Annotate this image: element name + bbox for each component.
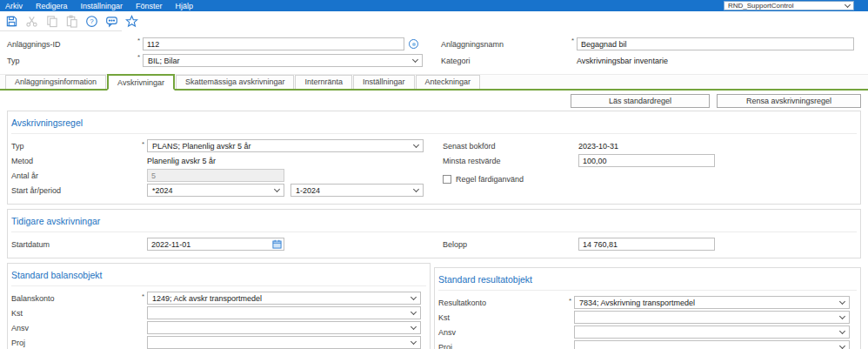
typ-select-value: BIL; Bilar <box>148 57 180 65</box>
anlaggningsnamn-label: Anläggningsnamn <box>441 40 571 49</box>
menu-redigera[interactable]: Redigera <box>36 2 68 10</box>
resultatkonto-select[interactable]: 7834; Avskrivning transportmedel <box>574 296 850 309</box>
anlaggningsnamn-input[interactable] <box>577 37 854 50</box>
calendar-icon[interactable] <box>272 239 282 251</box>
field-resultat-ansv: Ansv <box>435 326 860 339</box>
standard-resultatobjekt-title: Standard resultatobjekt <box>438 268 857 291</box>
metod-label: Metod <box>11 157 142 165</box>
minsta-restvarde-input[interactable] <box>578 154 715 167</box>
field-anlaggnings-id: Anläggnings-ID * <box>0 36 434 52</box>
las-standardregel-button[interactable]: Läs standardregel <box>571 94 710 108</box>
balanskonto-select[interactable]: 1249; Ack avskr transportmedel <box>147 292 421 305</box>
tidigare-right: Belopp <box>436 236 860 252</box>
belopp-input[interactable] <box>578 238 715 251</box>
minsta-restvarde-label: Minsta restvärde <box>443 157 573 165</box>
senast-bokford-label: Senast bokförd <box>443 142 573 151</box>
chevron-down-icon <box>839 342 845 348</box>
svg-text:?: ? <box>90 17 94 25</box>
menu-fonster[interactable]: Fönster <box>136 2 163 10</box>
tab-internranta[interactable]: Internränta <box>295 75 352 89</box>
balans-ansv-label: Ansv <box>11 324 142 332</box>
kategori-label: Kategori <box>441 57 571 65</box>
resultat-kst-select[interactable] <box>574 311 850 324</box>
resultatkonto-label: Resultatkonto <box>438 299 569 307</box>
field-startdatum: Startdatum <box>8 238 436 251</box>
tab-installningar[interactable]: Inställningar <box>353 75 415 89</box>
field-metod: Metod Planenlig avskr 5 år <box>8 154 436 167</box>
balanskonto-label: Balanskonto <box>11 294 142 303</box>
antal-ar-input <box>147 169 284 182</box>
field-balanskonto: Balanskonto * 1249; Ack avskr transportm… <box>8 292 430 305</box>
chevron-down-icon <box>839 298 845 304</box>
field-start-ar-period: Start år/period *2024 1-2024 <box>8 184 436 197</box>
field-resultatkonto: Resultatkonto * 7834; Avskrivning transp… <box>435 296 860 309</box>
panel-tidigare-avskrivningar: Tidigare avskrivningar Startdatum <box>7 209 861 258</box>
rensa-avskrivningsregel-button[interactable]: Rensa avskrivningsregel <box>717 94 861 108</box>
tab-anlaggningsinformation[interactable]: Anläggningsinformation <box>5 75 106 89</box>
header-right-column: Anläggningsnamn * Kategori Avskrivningsb… <box>434 36 868 69</box>
balans-proj-label: Proj <box>11 339 142 347</box>
copy-icon[interactable] <box>44 14 58 28</box>
tab-skattemassiga-avskrivningar[interactable]: Skattemässiga avskrivningar <box>176 75 295 89</box>
chevron-down-icon <box>413 141 419 147</box>
help-icon[interactable]: ? <box>84 14 98 28</box>
startdatum-label: Startdatum <box>11 240 142 249</box>
menu-installningar[interactable]: Inställningar <box>81 2 124 10</box>
tab-anteckningar[interactable]: Anteckningar <box>416 75 481 89</box>
panel-standard-balansobjekt: Standard balansobjekt Balanskonto * 1249… <box>7 263 431 349</box>
typ-select[interactable]: BIL; Bilar <box>143 54 423 67</box>
field-resultat-kst: Kst <box>435 311 860 324</box>
avskrivningsregel-right: Senast bokförd 2023-10-31 Minsta restvär… <box>436 138 860 198</box>
anlaggnings-id-label: Anläggnings-ID <box>7 40 137 49</box>
field-balans-ansv: Ansv <box>8 321 430 334</box>
metod-value: Planenlig avskr 5 år <box>147 157 216 165</box>
tidigare-left: Startdatum <box>8 236 436 252</box>
resultat-proj-select[interactable] <box>574 340 850 349</box>
cut-icon[interactable] <box>24 14 38 28</box>
standard-balansobjekt-title: Standard balansobjekt <box>11 264 426 286</box>
chevron-down-icon <box>274 185 280 191</box>
tab-content-avskrivningar: Läs standardregel Rensa avskrivningsrege… <box>0 94 868 349</box>
balans-proj-select[interactable] <box>147 336 421 349</box>
start-ar-select[interactable]: *2024 <box>147 184 284 197</box>
menu-hjalp[interactable]: Hjälp <box>176 2 194 10</box>
startdatum-input[interactable] <box>147 238 284 251</box>
field-regel-typ: Typ * PLANS; Planenlig avskr 5 år <box>8 139 436 152</box>
field-resultat-proj: Proj <box>435 340 860 349</box>
lookup-icon[interactable] <box>409 39 418 49</box>
feedback-icon[interactable] <box>104 14 118 28</box>
regel-fardiganvand-checkbox[interactable] <box>443 175 451 184</box>
balans-ansv-select[interactable] <box>147 321 421 334</box>
antal-ar-label: Antal år <box>11 171 142 180</box>
field-belopp: Belopp <box>436 238 860 251</box>
panel-avskrivningsregel: Avskrivningsregel Typ * PLANS; Planenlig… <box>7 111 861 205</box>
regel-typ-select[interactable]: PLANS; Planenlig avskr 5 år <box>147 139 424 152</box>
field-minsta-restvarde: Minsta restvärde <box>436 154 860 167</box>
favorite-icon[interactable] <box>124 14 138 28</box>
balans-kst-select[interactable] <box>147 306 421 319</box>
field-balans-kst: Kst <box>8 306 430 319</box>
chevron-down-icon <box>839 327 845 333</box>
field-typ: Typ * BIL; Bilar <box>0 52 434 69</box>
resultat-kst-label: Kst <box>438 313 569 322</box>
tab-avskrivningar[interactable]: Avskrivningar <box>107 74 175 91</box>
profile-select[interactable]: RND_SupportControl <box>724 1 854 10</box>
lookup-dot <box>412 43 416 46</box>
panel-standard-resultatobjekt: Standard resultatobjekt Resultatkonto * … <box>434 267 861 349</box>
menubar: Arkiv Redigera Inställningar Fönster Hjä… <box>0 0 868 11</box>
regel-typ-select-value: PLANS; Planenlig avskr 5 år <box>152 142 251 151</box>
belopp-label: Belopp <box>443 240 573 249</box>
paste-icon[interactable] <box>64 14 78 28</box>
menu-arkiv[interactable]: Arkiv <box>5 2 23 10</box>
save-icon[interactable] <box>4 14 18 28</box>
field-balans-proj: Proj <box>8 336 430 349</box>
toolbar: ? <box>0 11 868 30</box>
kategori-value: Avskrivningsbar inventarie <box>577 57 668 65</box>
resultatkonto-select-value: 7834; Avskrivning transportmedel <box>579 299 695 307</box>
anlaggnings-id-input[interactable] <box>143 37 404 50</box>
start-ar-select-value: *2024 <box>152 186 173 195</box>
chevron-down-icon <box>845 1 851 7</box>
start-period-select[interactable]: 1-2024 <box>290 184 424 197</box>
avskrivningsregel-left: Typ * PLANS; Planenlig avskr 5 år Metod … <box>8 138 436 198</box>
resultat-ansv-select[interactable] <box>574 326 850 339</box>
